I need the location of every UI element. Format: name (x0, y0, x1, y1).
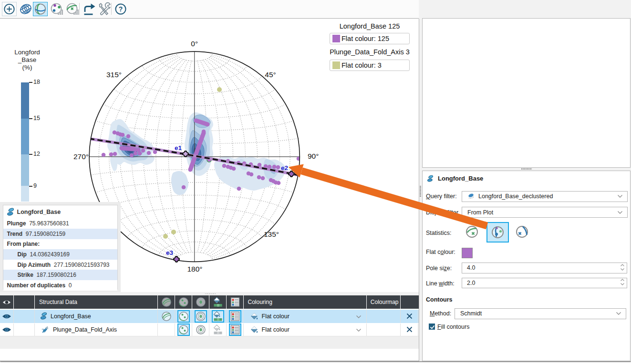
svg-text:135°: 135° (264, 230, 279, 238)
svg-text:45°: 45° (265, 71, 276, 79)
svg-text:e3: e3 (166, 249, 174, 256)
svg-text:e2: e2 (281, 164, 288, 172)
svg-text:?: ? (118, 5, 123, 13)
svg-text:e1: e1 (175, 144, 182, 152)
svg-text:315°: 315° (106, 71, 122, 79)
svg-text:180°: 180° (187, 265, 202, 273)
svg-text:90°: 90° (308, 152, 319, 160)
svg-text:0°: 0° (191, 40, 198, 48)
svg-text:270°: 270° (73, 152, 89, 161)
